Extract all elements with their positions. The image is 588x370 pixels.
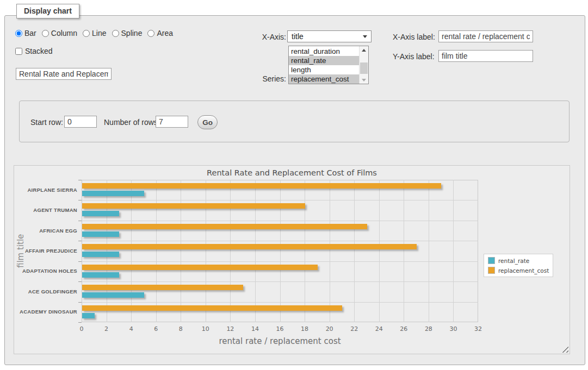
category-label: ADAPTATION HOLES xyxy=(20,268,77,274)
x-tick-label: 6 xyxy=(148,325,164,333)
y-tick xyxy=(78,180,82,180)
radio-option-spline: Spline xyxy=(112,29,143,37)
stacked-checkbox[interactable] xyxy=(15,48,22,55)
category-label: ACE GOLDFINGER xyxy=(20,289,77,294)
bar-rental-rate xyxy=(82,231,119,237)
legend-label-replacement_cost: replacement_cost xyxy=(498,267,549,274)
category-label: AIRPLANE SIERRA xyxy=(20,187,77,193)
gridline-v xyxy=(156,180,157,322)
go-button[interactable]: Go xyxy=(197,115,218,129)
bar-rental-rate xyxy=(82,191,144,196)
gridline-h xyxy=(82,302,478,303)
y-axis-label-field-label: Y-Axis label: xyxy=(393,52,435,61)
series-list-scrollbar[interactable] xyxy=(359,46,368,84)
gridline-v xyxy=(404,180,404,322)
x-tick-label: 8 xyxy=(172,325,189,333)
series-option-rental_rate[interactable]: rental_rate xyxy=(289,56,359,65)
series-multiselect[interactable]: rental_durationrental_ratelengthreplacem… xyxy=(288,46,369,84)
gridline-v xyxy=(354,180,355,322)
x-tick-label: 22 xyxy=(346,325,362,333)
gridline-v xyxy=(453,180,454,322)
chart-title-input[interactable] xyxy=(16,68,112,80)
bar-replacement-cost xyxy=(82,203,305,209)
series-list-label: Series: xyxy=(239,74,286,83)
gridline-h xyxy=(82,200,478,200)
number-of-rows-input[interactable] xyxy=(156,116,188,128)
series-option-replacement_cost[interactable]: replacement_cost xyxy=(289,74,359,84)
fieldset-legend: Display chart xyxy=(16,4,79,18)
category-label: AFFAIR PREJUDICE xyxy=(20,248,77,254)
bar-rental-rate xyxy=(82,313,95,318)
row-range-panel: Start row: Number of rows: Go xyxy=(19,101,570,142)
radio-option-line: Line xyxy=(83,29,106,37)
legend-label-rental_rate: rental_rate xyxy=(498,258,529,264)
resize-grip-icon[interactable] xyxy=(562,346,568,353)
radio-area[interactable] xyxy=(147,30,154,37)
gridline-v xyxy=(429,180,429,322)
gridline-h xyxy=(82,241,478,241)
x-tick-label: 18 xyxy=(296,325,313,333)
scrollbar-thumb[interactable] xyxy=(360,62,368,74)
x-tick-label: 32 xyxy=(470,325,486,333)
gridline-v xyxy=(181,180,181,322)
x-tick-label: 30 xyxy=(445,325,461,333)
radio-label-column: Column xyxy=(51,29,77,37)
number-of-rows-label: Number of rows: xyxy=(104,118,160,127)
bar-rental-rate xyxy=(82,211,119,216)
bar-replacement-cost xyxy=(82,224,367,229)
scroll-up-icon[interactable] xyxy=(360,46,368,54)
page: { "fieldset": { "legend": "Display chart… xyxy=(0,0,588,370)
x-tick-label: 4 xyxy=(123,325,139,333)
series-options: rental_durationrental_ratelengthreplacem… xyxy=(289,46,359,84)
radio-column[interactable] xyxy=(42,30,49,37)
category-label: ACADEMY DINOSAUR xyxy=(20,309,77,315)
y-tick xyxy=(78,281,82,282)
x-axis-label-field-label: X-Axis label: xyxy=(393,33,435,41)
x-tick-label: 12 xyxy=(222,325,238,333)
series-option-rental_duration[interactable]: rental_duration xyxy=(289,47,359,56)
x-tick-label: 14 xyxy=(247,325,263,333)
chart-x-axis-label: rental rate / replacement cost xyxy=(82,336,478,346)
bar-replacement-cost xyxy=(82,265,318,270)
category-label: AFRICAN EGG xyxy=(20,228,77,234)
gridline-v xyxy=(131,180,132,322)
gridline-v xyxy=(206,180,206,322)
radio-option-column: Column xyxy=(42,29,77,37)
radio-line[interactable] xyxy=(83,30,90,37)
stacked-checkbox-row: Stacked xyxy=(15,47,53,55)
start-row-input[interactable] xyxy=(64,116,97,128)
chart-legend: rental_ratereplacement_cost xyxy=(484,254,553,277)
x-tick-label: 16 xyxy=(272,325,288,333)
x-tick-label: 24 xyxy=(371,325,387,333)
chart-title: Rental Rate and Replacement Cost of Film… xyxy=(14,168,570,177)
legend-row: replacement_cost xyxy=(488,267,549,274)
radio-label-bar: Bar xyxy=(24,29,36,37)
stacked-label: Stacked xyxy=(25,47,53,55)
x-tick-label: 0 xyxy=(73,325,90,333)
y-tick xyxy=(78,322,82,323)
x-axis-label-input[interactable] xyxy=(438,30,533,42)
legend-row: rental_rate xyxy=(488,257,549,264)
bar-replacement-cost xyxy=(82,183,441,189)
gridline-h xyxy=(82,261,478,262)
legend-swatch-replacement_cost xyxy=(488,267,495,274)
x-tick-label: 20 xyxy=(321,325,338,333)
scroll-down-icon[interactable] xyxy=(360,76,368,84)
bar-rental-rate xyxy=(82,292,144,298)
dropdown-arrow-icon xyxy=(363,35,367,38)
x-tick-label: 10 xyxy=(197,325,214,333)
gridline-h xyxy=(82,281,478,282)
radio-bar[interactable] xyxy=(15,30,22,37)
x-axis-select-value: title xyxy=(292,32,304,41)
series-option-length[interactable]: length xyxy=(289,65,359,74)
x-tick-label: 28 xyxy=(420,325,437,333)
x-axis-select[interactable]: title xyxy=(287,30,372,42)
radio-label-line: Line xyxy=(92,29,106,37)
chart: Rental Rate and Replacement Cost of Film… xyxy=(14,165,570,354)
x-tick-label: 26 xyxy=(395,325,412,333)
bar-replacement-cost xyxy=(82,285,243,290)
start-row-label: Start row: xyxy=(30,118,63,127)
gridline-v xyxy=(255,180,256,322)
radio-spline[interactable] xyxy=(112,30,119,37)
y-axis-label-input[interactable] xyxy=(438,50,533,62)
